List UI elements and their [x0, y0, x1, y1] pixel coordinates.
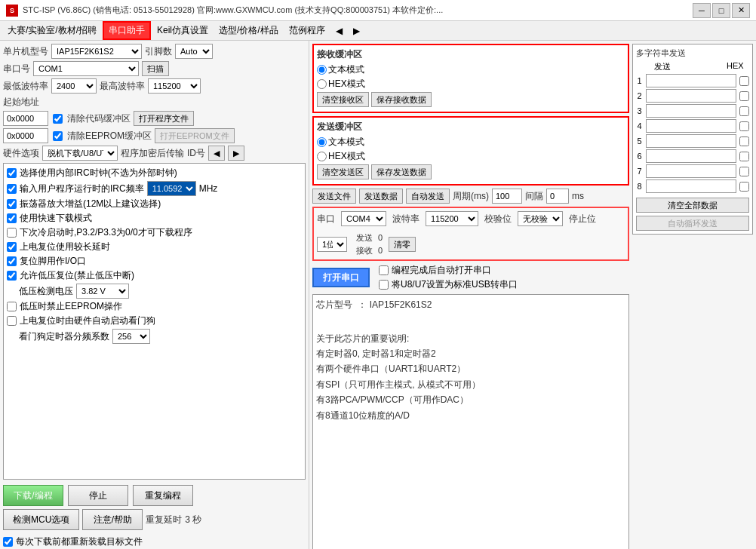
recv-count-row: 接收 0: [356, 245, 383, 256]
interval-input[interactable]: [546, 189, 569, 204]
auto-send-btn[interactable]: 自动发送: [406, 189, 450, 204]
opt-fast-check[interactable]: [7, 213, 17, 223]
reprogram-btn[interactable]: 重复编程: [133, 485, 193, 506]
watchdog-label: 看门狗定时器分频系数: [19, 330, 109, 343]
clear-code-buf-check[interactable]: [53, 114, 63, 124]
send-mode-row: 文本模式: [317, 136, 625, 149]
u8-mode-label[interactable]: 将U8/U7设置为标准USB转串口: [379, 278, 518, 291]
clear-recv-btn[interactable]: 清空接收区: [317, 92, 369, 107]
chip-type-label: 芯片型号: [316, 299, 352, 310]
mcu-type-select[interactable]: IAP15F2K61S2: [51, 44, 142, 59]
minimize-button[interactable]: ─: [693, 3, 711, 18]
option-osc-row: 振荡器放大增益(12M以上建议选择): [7, 198, 302, 210]
mc-input-6[interactable]: [646, 149, 736, 163]
open-port-btn[interactable]: 打开串口: [312, 268, 370, 287]
start-addr-input2[interactable]: [3, 128, 48, 143]
menu-keil[interactable]: Keil仿真设置: [152, 23, 213, 38]
hw-mode-select[interactable]: 脱机下载/U8/U7: [42, 146, 118, 161]
auto-open-label[interactable]: 编程完成后自动打开串口: [379, 264, 518, 277]
close-button[interactable]: ✕: [732, 3, 750, 18]
mc-input-8[interactable]: [646, 179, 736, 193]
period-input[interactable]: [492, 189, 522, 204]
menu-serial-helper[interactable]: 串口助手: [103, 21, 151, 40]
auto-open-check[interactable]: [379, 265, 389, 275]
help-btn[interactable]: 注意/帮助: [82, 509, 143, 530]
mc-hex-5[interactable]: [739, 136, 749, 146]
mc-num-5: 5: [636, 136, 643, 146]
mc-hex-6[interactable]: [739, 152, 749, 161]
mc-input-3[interactable]: [646, 104, 736, 118]
mc-input-4[interactable]: [646, 119, 736, 133]
opt-io-check[interactable]: [7, 256, 17, 266]
start-addr-input1[interactable]: [3, 111, 48, 126]
opt-reset-check[interactable]: [7, 242, 17, 252]
opt-wdog-check[interactable]: [7, 316, 17, 326]
recv-text-mode[interactable]: 文本模式: [317, 63, 364, 76]
clear-all-btn[interactable]: 清空全部数据: [636, 198, 749, 213]
mcu-type-row: 单片机型号 IAP15F2K61S2 引脚数 Auto: [3, 44, 306, 59]
menu-selection[interactable]: 选型/价格/样品: [214, 23, 283, 38]
mc-hex-3[interactable]: [739, 106, 749, 116]
parity-select[interactable]: 无校验: [518, 211, 563, 226]
opt-lowv-check[interactable]: [7, 271, 17, 281]
auto-loop-btn[interactable]: 自动循环发送: [636, 216, 749, 231]
port-label: 串口: [317, 213, 335, 225]
scan-button[interactable]: 扫描: [142, 61, 169, 76]
max-baud-select[interactable]: 115200: [148, 78, 201, 94]
opt-irc-check[interactable]: [7, 168, 17, 178]
send-buffer: 发送缓冲区 文本模式 HEX模式 清空发送区 保存发: [312, 116, 629, 186]
send-text-mode[interactable]: 文本模式: [317, 136, 364, 149]
save-send-btn[interactable]: 保存发送数据: [371, 164, 432, 179]
watchdog-select[interactable]: 256: [112, 329, 150, 344]
boot-select[interactable]: Auto: [175, 44, 213, 59]
u8-mode-check[interactable]: [379, 280, 389, 290]
mc-input-5[interactable]: [646, 134, 736, 148]
irc-freq-select[interactable]: 11.0592: [147, 181, 196, 196]
stop-select[interactable]: 1位: [317, 237, 347, 252]
maximize-button[interactable]: □: [712, 3, 730, 18]
menu-examples[interactable]: 范例程序: [284, 23, 330, 38]
send-hex-mode[interactable]: HEX模式: [317, 150, 365, 163]
download-btn[interactable]: 下载/编程: [3, 485, 63, 506]
detect-btn[interactable]: 检测MCU选项: [3, 509, 79, 530]
opt-cold-check[interactable]: [7, 228, 17, 238]
recv-hex-mode[interactable]: HEX模式: [317, 78, 365, 90]
right-layout: 接收缓冲区 文本模式 HEX模式 清空接收区 保存接: [312, 44, 753, 549]
port-select[interactable]: COM4: [341, 211, 386, 226]
mc-hex-1[interactable]: [739, 76, 749, 86]
send-count: 0: [378, 233, 383, 242]
hw-nav-right[interactable]: ▶: [228, 146, 244, 161]
mc-row-7: 7: [636, 164, 749, 178]
mc-hex-4[interactable]: [739, 121, 749, 131]
clear-eeprom-buf-check[interactable]: [53, 131, 63, 141]
open-eeprom-file-btn[interactable]: 打开EEPROM文件: [155, 128, 235, 143]
save-recv-btn[interactable]: 保存接收数据: [371, 92, 432, 107]
mc-hex-2[interactable]: [739, 91, 749, 101]
baud-select[interactable]: 115200: [426, 211, 478, 226]
reload-file-label: 每次下载前都重新装载目标文件: [16, 535, 143, 548]
menu-competition[interactable]: 大赛/实验室/教材/招聘: [3, 23, 101, 38]
mc-input-7[interactable]: [646, 164, 736, 178]
opt-irc-freq-check[interactable]: [7, 184, 17, 194]
stop-btn[interactable]: 停止: [68, 485, 128, 506]
opt-osc-check[interactable]: [7, 199, 17, 209]
mc-input-2[interactable]: [646, 89, 736, 103]
mc-hex-8[interactable]: [739, 182, 749, 192]
open-prog-file-btn[interactable]: 打开程序文件: [134, 111, 194, 126]
send-file-btn[interactable]: 发送文件: [312, 189, 356, 204]
clear-send-btn[interactable]: 清空发送区: [317, 164, 369, 179]
min-baud-select[interactable]: 2400: [51, 78, 97, 94]
clear-count-btn[interactable]: 清零: [389, 237, 416, 252]
mc-input-1[interactable]: [646, 74, 736, 87]
low-voltage-select[interactable]: 3.82 V 3.0 V 2.8 V 2.6 V: [76, 284, 129, 299]
hw-nav-left[interactable]: ◀: [208, 146, 225, 161]
recv-count: 0: [378, 246, 383, 255]
mc-hex-7[interactable]: [739, 167, 749, 176]
menu-nav-right[interactable]: ▶: [349, 24, 364, 38]
menu-nav-left[interactable]: ◀: [331, 24, 347, 38]
reload-file-check[interactable]: [3, 537, 13, 547]
clear-eeprom-buf-label: 清除EEPROM缓冲区: [67, 130, 152, 143]
opt-eeprom-check[interactable]: [7, 302, 17, 311]
com-select[interactable]: COM1: [33, 61, 139, 76]
send-data-btn[interactable]: 发送数据: [359, 189, 403, 204]
